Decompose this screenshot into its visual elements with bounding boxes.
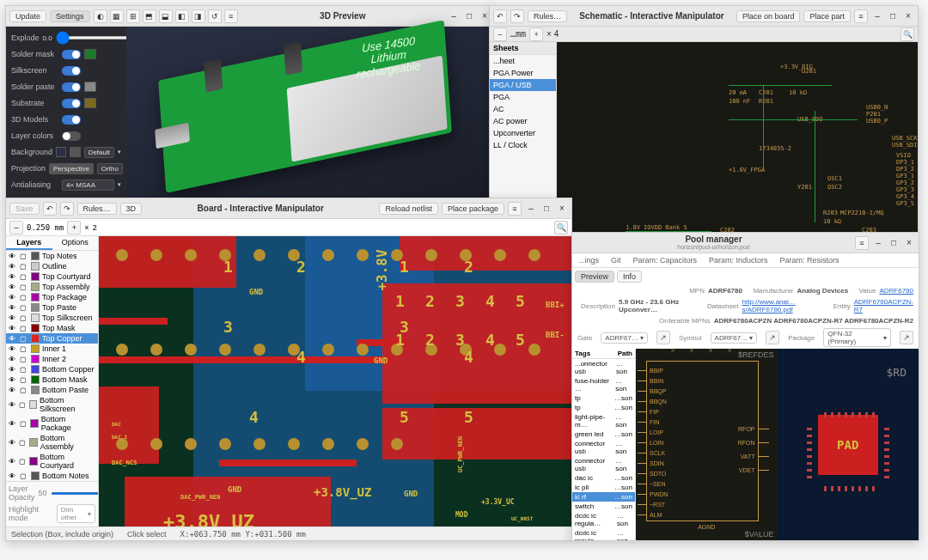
value-link[interactable]: ADRF6780 xyxy=(879,287,913,295)
viewport-3d[interactable]: Use 14500Lithiumrechargeable xyxy=(126,27,494,198)
sheet-item[interactable]: Upconverter xyxy=(490,127,556,139)
zoom-in-icon[interactable]: + xyxy=(529,27,543,41)
list-item[interactable]: ic pll…son xyxy=(572,483,635,492)
layer-swatch[interactable] xyxy=(30,419,39,428)
tab-settings[interactable]: Settings xyxy=(50,10,90,22)
layer-row[interactable]: 👁▢Bottom Package xyxy=(6,414,98,433)
visibility-icon[interactable]: 👁 xyxy=(9,273,17,281)
search-icon[interactable]: 🔍 xyxy=(554,221,568,234)
aa-select[interactable]: 4× MSAA xyxy=(62,180,114,191)
layer-mode-icon[interactable]: ▢ xyxy=(20,472,28,480)
minimize-icon[interactable]: – xyxy=(525,203,537,215)
visibility-icon[interactable]: 👁 xyxy=(9,401,16,409)
menu-icon[interactable]: ≡ xyxy=(508,202,522,216)
search-icon[interactable]: 🔍 xyxy=(901,27,914,41)
layer-swatch[interactable] xyxy=(31,303,40,312)
toggle-solderpaste[interactable] xyxy=(62,82,81,92)
pool-tab[interactable]: Git xyxy=(605,253,627,267)
layer-swatch[interactable] xyxy=(31,344,40,353)
visibility-icon[interactable]: 👁 xyxy=(9,472,17,480)
layer-row[interactable]: 👁▢Bottom Assembly xyxy=(6,433,98,452)
layer-mode-icon[interactable]: ▢ xyxy=(19,439,27,447)
layer-mode-icon[interactable]: ▢ xyxy=(20,304,28,312)
entity-link[interactable]: ADRF6780ACPZN-R7 xyxy=(854,298,913,313)
symbol-select[interactable]: ADRF67…▾ xyxy=(711,332,758,344)
layer-row[interactable]: 👁▢Inner 1 xyxy=(6,344,98,354)
minimize-icon[interactable]: – xyxy=(448,10,460,22)
visibility-icon[interactable]: 👁 xyxy=(9,366,17,374)
sheet-item[interactable]: ...heet xyxy=(490,55,556,67)
tool-icon[interactable]: ◨ xyxy=(192,9,205,23)
list-item[interactable]: connector usb…son xyxy=(572,439,635,456)
layer-swatch[interactable] xyxy=(31,365,40,374)
visibility-icon[interactable]: 👁 xyxy=(9,387,17,394)
pool-tab[interactable]: ...ings xyxy=(572,253,605,267)
list-item[interactable]: light-pipe-m……son xyxy=(572,412,635,429)
color-soldermask[interactable] xyxy=(84,49,96,59)
sheet-item[interactable]: LL / Clock xyxy=(490,139,556,151)
datasheet-link[interactable]: http://www.anal…s/ADRF6780.pdf xyxy=(742,298,823,313)
layer-row[interactable]: 👁▢Bottom Silkscreen xyxy=(6,395,98,414)
list-item[interactable]: switch…son xyxy=(572,502,635,511)
visibility-icon[interactable]: 👁 xyxy=(9,294,17,301)
layer-mode-icon[interactable]: ▢ xyxy=(20,335,28,343)
visibility-icon[interactable]: 👁 xyxy=(9,420,17,428)
proj-ortho[interactable]: Ortho xyxy=(97,163,123,174)
layer-swatch[interactable] xyxy=(31,283,40,291)
layer-mode-icon[interactable]: ▢ xyxy=(19,458,27,466)
tab-update[interactable]: Update xyxy=(9,10,46,22)
visibility-icon[interactable]: 👁 xyxy=(9,304,17,312)
rules-button[interactable]: Rules… xyxy=(77,203,117,215)
layer-row[interactable]: 👁▢Top Mask xyxy=(6,323,98,333)
visibility-icon[interactable]: 👁 xyxy=(9,356,17,363)
sheet-item[interactable]: PGA xyxy=(490,91,556,103)
undo-icon[interactable]: ↶ xyxy=(493,9,507,23)
schematic-canvas[interactable]: +3.3V_DIG20 mAC201100 nFR20110 kΩU201P20… xyxy=(557,42,918,232)
layer-mode-icon[interactable]: ▢ xyxy=(19,401,27,409)
layer-mode-icon[interactable]: ▢ xyxy=(20,263,28,271)
toggle-silkscreen[interactable] xyxy=(62,66,81,76)
layer-swatch[interactable] xyxy=(31,375,40,384)
place-on-board-button[interactable]: Place on board xyxy=(736,10,801,22)
board-canvas[interactable]: +3.8V+3.8V_UZ+3.8V_UZGNDGNDGNDGNDBBI+BBI… xyxy=(99,236,571,527)
layer-mode-icon[interactable]: ▢ xyxy=(20,387,28,394)
layer-row[interactable]: 👁▢Inner 2 xyxy=(6,354,98,364)
place-package-button[interactable]: Place package xyxy=(442,203,504,215)
layer-swatch[interactable] xyxy=(31,262,40,271)
toggle-substrate[interactable] xyxy=(62,99,81,108)
list-item[interactable]: connector usb…son xyxy=(572,456,635,473)
toggle-3dmodels[interactable] xyxy=(62,115,81,125)
layer-row[interactable]: 👁▢Top Copper xyxy=(6,333,98,344)
list-item[interactable]: tp…son xyxy=(572,403,635,412)
tool-icon[interactable]: ≡ xyxy=(224,9,238,23)
sheet-item[interactable]: AC power xyxy=(490,115,556,127)
list-item[interactable]: ...onnector usb…son xyxy=(572,359,635,376)
visibility-icon[interactable]: 👁 xyxy=(9,335,17,343)
sheet-item[interactable]: PGA Power xyxy=(490,67,556,79)
toggle-layercolors[interactable] xyxy=(62,131,81,141)
tool-icon[interactable]: ◧ xyxy=(175,9,189,23)
tool-icon[interactable]: ◐ xyxy=(94,9,107,23)
visibility-icon[interactable]: 👁 xyxy=(9,458,16,466)
layer-mode-icon[interactable]: ▢ xyxy=(20,420,28,428)
layer-row[interactable]: 👁▢Top Paste xyxy=(6,302,98,313)
maximize-icon[interactable]: □ xyxy=(463,10,475,22)
tool-icon[interactable]: ⊞ xyxy=(126,9,140,23)
layer-row[interactable]: 👁▢Top Notes xyxy=(6,251,98,261)
layer-mode-icon[interactable]: ▢ xyxy=(20,294,28,301)
color-solderpaste[interactable] xyxy=(84,82,96,92)
package-preview[interactable]: $RD xyxy=(778,349,919,540)
color-substrate[interactable] xyxy=(84,98,96,108)
undo-icon[interactable]: ↶ xyxy=(43,202,57,216)
proj-persp[interactable]: Perspective xyxy=(49,163,94,174)
pool-tab[interactable]: Param: Capacitors xyxy=(627,253,704,267)
layer-swatch[interactable] xyxy=(31,293,40,301)
tab-layers[interactable]: Layers xyxy=(6,236,52,250)
layer-swatch[interactable] xyxy=(29,400,37,409)
opacity-slider[interactable] xyxy=(51,492,99,495)
save-button[interactable]: Save xyxy=(9,203,40,215)
tool-icon[interactable]: ⬓ xyxy=(159,9,173,23)
layer-swatch[interactable] xyxy=(29,438,37,447)
grid-minus-icon[interactable]: – xyxy=(9,221,23,234)
layer-row[interactable]: 👁▢Top Assembly xyxy=(6,282,98,292)
